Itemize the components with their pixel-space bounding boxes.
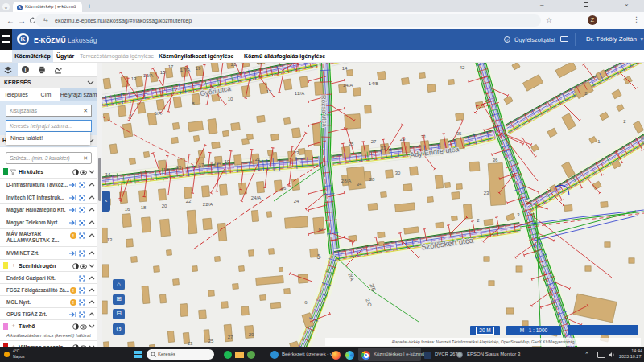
svg-text:13/A: 13/A [143,73,153,78]
svg-text:23: 23 [484,191,489,195]
svg-text:19: 19 [225,159,230,164]
svg-text:19: 19 [196,66,201,71]
svg-text:10: 10 [228,97,233,101]
svg-text:24/A: 24/A [251,195,261,200]
svg-text:42: 42 [460,65,465,70]
svg-text:18: 18 [141,205,147,210]
svg-text:17: 17 [168,64,174,69]
svg-text:35: 35 [456,131,462,136]
svg-text:14/A: 14/A [343,83,353,88]
svg-text:22: 22 [186,199,192,204]
svg-text:15: 15 [160,70,166,75]
svg-text:14: 14 [105,172,111,177]
svg-text:36: 36 [493,158,498,162]
svg-text:26: 26 [281,186,287,191]
svg-text:Rózsa utca: Rózsa utca [320,95,328,128]
svg-text:12: 12 [266,89,272,94]
svg-text:13: 13 [131,76,137,81]
svg-text:12/A: 12/A [295,91,304,96]
svg-text:27: 27 [228,335,233,339]
svg-text:17/A: 17/A [180,68,190,72]
svg-text:23: 23 [257,63,262,64]
svg-text:28: 28 [369,177,375,182]
svg-text:30: 30 [395,171,401,175]
svg-text:13: 13 [163,167,169,172]
svg-text:23: 23 [294,150,299,155]
svg-text:29: 29 [249,332,254,337]
svg-text:14: 14 [342,66,348,71]
svg-text:17/A: 17/A [211,161,221,166]
svg-text:6/A: 6/A [154,111,161,116]
svg-text:21: 21 [231,63,237,67]
svg-text:27: 27 [371,139,377,144]
svg-text:31: 31 [421,134,427,139]
svg-text:33: 33 [381,146,386,150]
svg-text:29: 29 [400,137,406,142]
svg-text:20: 20 [162,204,167,208]
svg-text:15: 15 [176,165,182,170]
svg-text:13: 13 [107,237,113,242]
svg-text:28/A: 28/A [341,179,351,183]
svg-text:14/B: 14/B [369,81,378,86]
svg-text:17: 17 [199,162,204,167]
svg-text:21: 21 [255,157,261,162]
svg-text:25: 25 [349,142,354,146]
svg-text:24: 24 [294,199,299,204]
svg-text:16: 16 [125,207,130,212]
svg-text:25: 25 [208,339,214,343]
svg-text:34: 34 [357,182,362,187]
svg-text:22/A: 22/A [203,202,213,207]
svg-text:23: 23 [188,341,193,346]
